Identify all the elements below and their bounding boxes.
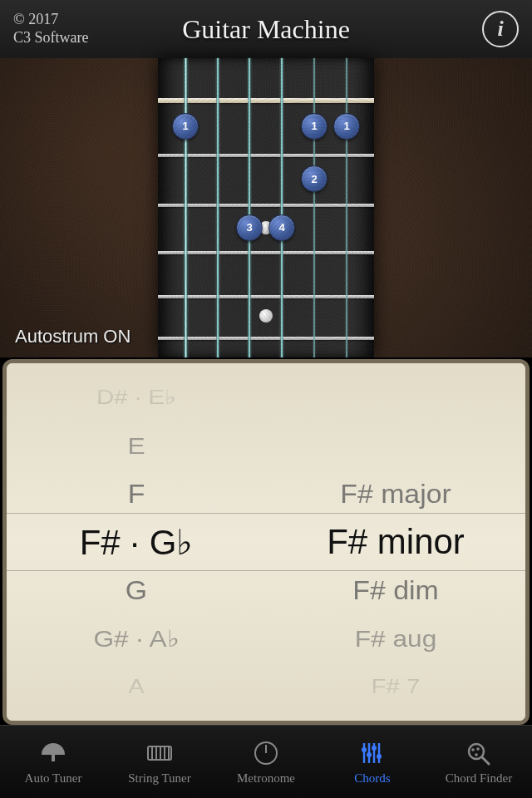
fret-marker-5 <box>259 309 273 323</box>
chord-quality-option[interactable]: F# aug <box>266 617 525 659</box>
tab-chord-finder[interactable]: Chord Finder <box>426 726 532 798</box>
chord-pickers: DD# · E♭EFF# · G♭GG# · A♭A F# majorF# mi… <box>2 359 530 725</box>
svg-point-14 <box>367 752 372 757</box>
tab-label: Metronome <box>237 771 295 786</box>
string-4[interactable] <box>280 58 283 357</box>
chords-icon <box>356 738 389 768</box>
fretboard-panel: 111234 Autostrum ON <box>0 58 532 357</box>
root-note-option[interactable]: G# · A♭ <box>7 617 266 659</box>
fret-5 <box>158 337 374 340</box>
chord-quality-option[interactable]: F# minor <box>266 518 525 566</box>
fret-4 <box>158 295 374 298</box>
root-note-option[interactable]: G <box>7 568 266 613</box>
header: © 2017 C3 Software Guitar Machine i <box>0 0 532 58</box>
fretboard[interactable]: 111234 <box>158 58 374 357</box>
copyright-year: © 2017 <box>13 11 88 29</box>
finger-dot-1-s6: 1 <box>333 113 360 140</box>
copyright: © 2017 C3 Software <box>13 11 88 47</box>
svg-point-13 <box>362 747 367 752</box>
chord-quality-option[interactable]: F# dim <box>266 568 525 613</box>
svg-point-16 <box>377 754 382 759</box>
string-6[interactable] <box>346 58 347 357</box>
tab-auto-tuner[interactable]: Auto Tuner <box>0 726 106 798</box>
tab-string-tuner[interactable]: String Tuner <box>106 726 213 798</box>
root-note-option[interactable]: D <box>7 359 266 367</box>
tab-chords[interactable]: Chords <box>319 726 426 798</box>
fret-1 <box>158 154 374 157</box>
svg-rect-0 <box>52 753 55 761</box>
tab-metronome[interactable]: Metronome <box>213 726 319 798</box>
string-1[interactable] <box>184 58 188 357</box>
nut <box>158 98 374 103</box>
chord-quality-picker[interactable]: F# majorF# minorF# dimF# augF# 7F# maj7 <box>266 363 525 721</box>
chord-quality-option[interactable]: F# maj7 <box>266 717 525 725</box>
chord-quality-option[interactable]: F# 7 <box>266 667 525 707</box>
root-note-option[interactable]: E <box>7 424 266 466</box>
info-button[interactable]: i <box>482 11 519 47</box>
chord-finder-icon <box>462 738 495 768</box>
svg-point-19 <box>476 747 480 751</box>
tab-label: Chords <box>354 771 390 786</box>
copyright-company: C3 Software <box>13 29 88 47</box>
fret-2 <box>158 204 374 207</box>
root-note-option[interactable]: A <box>7 667 266 707</box>
svg-line-21 <box>482 757 489 764</box>
string-2[interactable] <box>216 58 219 357</box>
tab-label: Auto Tuner <box>25 771 82 786</box>
auto-tuner-icon <box>37 738 70 768</box>
string-5[interactable] <box>313 58 316 357</box>
fret-3 <box>158 251 374 254</box>
finger-dot-3-s3: 3 <box>236 214 263 241</box>
root-note-option[interactable]: F# · G♭ <box>7 518 266 566</box>
metronome-icon <box>249 738 283 768</box>
finger-dot-2-s5: 2 <box>301 165 328 192</box>
string-3[interactable] <box>248 58 251 357</box>
tab-label: Chord Finder <box>446 771 512 786</box>
finger-dot-1-s1: 1 <box>172 113 199 140</box>
finger-dot-4-s4: 4 <box>268 214 295 241</box>
root-note-option[interactable]: F <box>7 471 266 517</box>
svg-point-15 <box>372 746 377 751</box>
finger-dot-1-s5: 1 <box>301 113 328 140</box>
string-tuner-icon <box>143 738 176 768</box>
svg-point-18 <box>471 748 475 751</box>
chord-quality-option[interactable]: F# major <box>266 471 525 517</box>
root-note-picker[interactable]: DD# · E♭EFF# · G♭GG# · A♭A <box>7 363 266 721</box>
tab-label: String Tuner <box>128 771 190 786</box>
svg-point-20 <box>475 753 478 756</box>
root-note-option[interactable]: D# · E♭ <box>7 377 266 417</box>
fret-marker-3 <box>259 221 273 234</box>
autostrum-toggle[interactable]: Autostrum ON <box>15 326 131 347</box>
tab-bar: Auto TunerString TunerMetronomeChordsCho… <box>0 725 532 798</box>
